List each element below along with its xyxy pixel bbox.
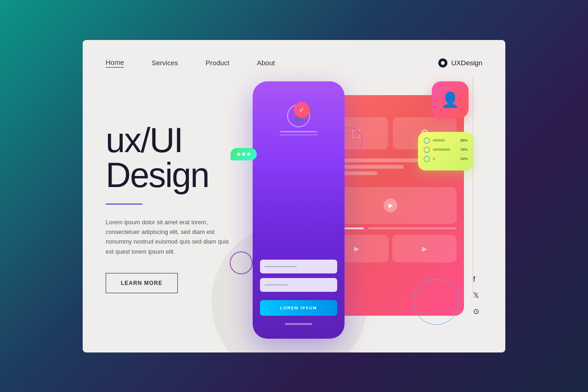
hero-body-text: Lorem ipsum dolor sit amet erat lorem, c… <box>106 217 234 257</box>
brand-logo: UXDesign <box>438 58 482 68</box>
main-card: Home Services Product About UXDesign f 𝕏… <box>83 40 505 352</box>
nav-home[interactable]: Home <box>106 58 124 68</box>
hero-divider <box>106 204 142 205</box>
logo-icon <box>438 58 447 68</box>
phone-username-line <box>280 131 317 132</box>
hero-title-line1: ux/UI <box>106 120 182 159</box>
stats-row-3: 10% <box>424 156 468 162</box>
phone-input-2 <box>260 278 337 292</box>
chat-dot-1 <box>237 153 240 156</box>
chat-dot-3 <box>247 153 250 156</box>
nav-services[interactable]: Services <box>152 59 178 67</box>
stats-card: 50% 70% 10% <box>418 132 473 170</box>
stats-row-1: 50% <box>424 137 468 144</box>
learn-more-button[interactable]: LEARN MORE <box>106 273 178 293</box>
stats-bar-wrap-3 <box>433 158 458 160</box>
twitter-icon[interactable]: 𝕏 <box>473 291 479 300</box>
chat-bubble <box>231 148 257 160</box>
stats-pct-3: 10% <box>460 157 468 161</box>
play-button[interactable]: ▶ <box>384 199 397 212</box>
nav-about[interactable]: About <box>257 59 275 67</box>
facebook-icon[interactable]: f <box>473 275 479 284</box>
social-links: f 𝕏 ⊙ <box>473 275 479 316</box>
hero-content: ux/UI Design Lorem ipsum dolor sit amet … <box>106 123 234 294</box>
nav-product[interactable]: Product <box>206 59 230 67</box>
phone-subtitle-line <box>279 134 318 136</box>
stats-row-2: 70% <box>424 147 468 153</box>
stats-pct-2: 70% <box>460 148 468 152</box>
avatar-card: 👤 <box>432 81 469 118</box>
hero-title-line2: Design <box>106 155 209 194</box>
logo-text: UXDesign <box>451 59 482 67</box>
phone-home-indicator <box>285 323 312 325</box>
progress-thumb <box>364 226 368 231</box>
stats-bar-3 <box>433 158 435 160</box>
chat-dot-2 <box>242 153 245 156</box>
nav-links: Home Services Product About <box>106 58 275 68</box>
stats-circle-3 <box>424 156 430 162</box>
stats-bar-1 <box>433 139 445 142</box>
hero-title: ux/UI Design <box>106 123 234 193</box>
stats-circle-2 <box>424 147 430 153</box>
phone-cta-button[interactable]: LOREM IPSUM <box>260 300 337 316</box>
stats-bar-wrap-2 <box>433 148 458 151</box>
stats-bar-wrap-1 <box>433 139 458 142</box>
stats-pct-1: 50% <box>460 138 468 142</box>
phone-device: 👤 LOREM IPSUM <box>253 81 345 339</box>
navigation: Home Services Product About UXDesign <box>83 40 505 68</box>
instagram-icon[interactable]: ⊙ <box>473 307 479 316</box>
vertical-divider <box>473 77 473 297</box>
input-line-2 <box>265 284 288 285</box>
thumb-2: ▶ <box>392 235 457 262</box>
check-badge: ✓ <box>294 102 310 118</box>
decorative-circle-3 <box>413 279 459 325</box>
stats-bar-2 <box>433 148 450 151</box>
input-line-1 <box>265 266 297 267</box>
phone-mockup-area: ⬚ ⚙ ▶ ▶ ▶ <box>225 77 464 334</box>
phone-input-1 <box>260 260 337 273</box>
stats-circle-1 <box>424 137 430 144</box>
